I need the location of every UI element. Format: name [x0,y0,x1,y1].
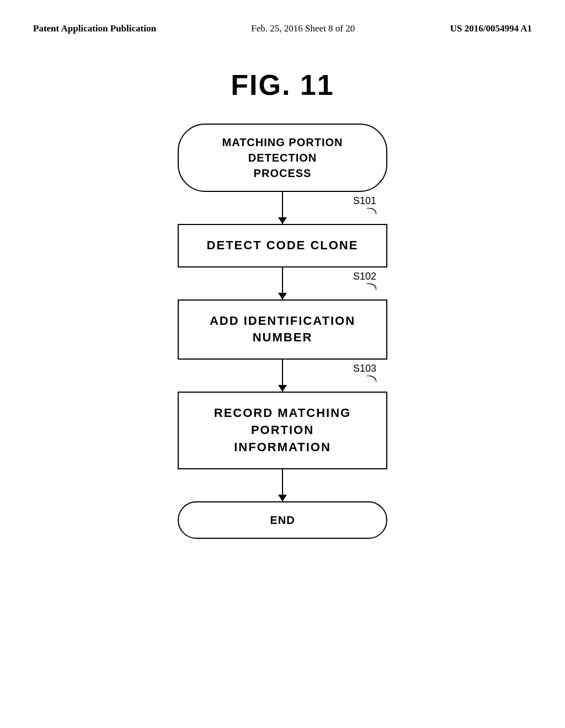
end-node: END [178,501,387,539]
step1-text: DETECT CODE CLONE [207,238,359,252]
step3-text: RECORD MATCHING PORTIONINFORMATION [214,406,351,454]
step1-node: DETECT CODE CLONE [178,224,387,267]
step1-label-text: S101 [353,195,376,207]
step2-label-container: S102 [353,271,376,290]
flowchart: MATCHING PORTION DETECTIONPROCESS S101 D… [0,124,565,539]
step3-node: RECORD MATCHING PORTIONINFORMATION [178,392,387,469]
step3-label-container: S103 [353,363,376,382]
step2-text: ADD IDENTIFICATION NUMBER [210,314,355,345]
step1-label-container: S101 [353,195,376,215]
arrow-3: S103 [178,360,387,392]
arrow-4 [178,469,387,501]
publication-label: Patent Application Publication [33,22,156,35]
end-node-text: END [270,514,295,526]
start-node-text: MATCHING PORTION DETECTIONPROCESS [222,136,343,179]
page-header: Patent Application Publication Feb. 25, … [0,0,565,35]
arrow-2: S102 [178,267,387,299]
step2-node: ADD IDENTIFICATION NUMBER [178,299,387,360]
figure-title: FIG. 11 [0,68,565,101]
start-node: MATCHING PORTION DETECTIONPROCESS [178,124,387,192]
arrow-1: S101 [178,192,387,224]
step3-label-text: S103 [353,363,376,374]
step2-label-text: S102 [353,271,376,282]
date-sheet-label: Feb. 25, 2016 Sheet 8 of 20 [251,22,355,35]
patent-number-label: US 2016/0054994 A1 [450,22,532,35]
